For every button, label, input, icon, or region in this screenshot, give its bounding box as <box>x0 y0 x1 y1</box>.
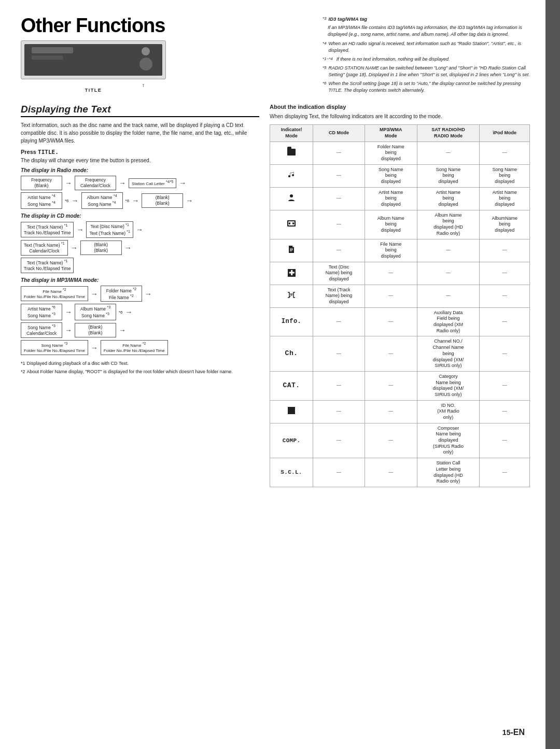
note-sup-6: *6 <box>323 80 327 94</box>
right-column: About the indication display When displa… <box>270 104 530 487</box>
two-col-layout: Displaying the Text Text information, su… <box>21 104 530 487</box>
page-header: Other Functions ↑ TITLE *3 ID3 tag/WMA <box>21 16 530 95</box>
flow-arrow: → <box>145 290 152 298</box>
table-cell-cd: — <box>313 164 365 187</box>
table-cell-ipod: — <box>480 400 530 423</box>
flow-box: Text (Disc Name) *1Text (Track Name) *1 <box>86 221 133 238</box>
comp-label: COMP. <box>283 437 301 444</box>
flow-box: (Blank)(Blank) <box>75 323 116 337</box>
table-cell-cd: — <box>313 210 365 239</box>
ch-label: Ch. <box>285 349 298 357</box>
icon-folder <box>270 142 313 164</box>
mp3-flow: File Name *2Folder No./File No./Elapsed … <box>21 286 259 356</box>
cd-flow-row-2: Text (Track Name) *1Calendar/Clock → (Bl… <box>21 240 259 256</box>
table-cell-mp3: Artist Namebeingdisplayed <box>365 187 417 210</box>
section-title: Displaying the Text <box>21 104 259 117</box>
flow-arrow: → <box>71 244 78 252</box>
indication-table: Indicator/Mode CD Mode MP3/WMAMode SAT R… <box>270 124 530 487</box>
footnote-1: *1 Displayed during playback of a disc w… <box>21 360 259 368</box>
flow-box: Song Name *3Calendar/Clock <box>21 322 62 338</box>
radio-mode-title: The display in Radio mode: <box>21 167 259 173</box>
table-cell-cd: — <box>313 187 365 210</box>
table-row: Info. — — Auxiliary DataField beingdispl… <box>270 307 530 336</box>
table-row: — Folder Namebeingdisplayed — — <box>270 142 530 164</box>
icon-plus: ✚ <box>270 262 313 285</box>
flow-box: Song Name *3Folder No./File No./Elapsed … <box>21 340 88 355</box>
cd-flow-row-1: Text (Track Name) *1Track No./Elapsed Ti… <box>21 221 259 238</box>
col-header-ipod: iPod Mode <box>480 125 530 142</box>
table-cell-sat: Auxiliary DataField beingdisplayed (XMRa… <box>417 307 480 336</box>
flow-box: Folder Name *2File Name *2 <box>101 286 142 302</box>
table-cell-mp3: — <box>365 423 417 458</box>
table-cell-ipod: — <box>480 262 530 285</box>
table-cell-mp3: Folder Namebeingdisplayed <box>365 142 417 164</box>
title-label: TITLE <box>21 88 166 93</box>
left-column: Displaying the Text Text information, su… <box>21 104 259 487</box>
table-row: CAT. — — CategoryName beingdisplayed (XM… <box>270 371 530 400</box>
mp3-flow-row-2: Artist Name *6Song Name *3 → Album Name … <box>21 304 259 320</box>
note-sup-1-4: *1~*4 <box>323 56 333 63</box>
icon-person <box>270 187 313 210</box>
note-sup-4: *4 <box>323 40 327 54</box>
page-container: Other Functions ↑ TITLE *3 ID3 tag/WMA <box>0 0 560 749</box>
cd-mode-title: The display in CD mode: <box>21 213 259 219</box>
cd-flow: Text (Track Name) *1Track No./Elapsed Ti… <box>21 221 259 273</box>
table-cell-ipod: — <box>480 371 530 400</box>
flow-arrow: → <box>72 196 79 205</box>
flow-box: Text (Track Name) *1Track No./Elapsed Ti… <box>21 222 74 237</box>
music-bracket-svg <box>287 291 296 299</box>
press-subtitle: The display will change every time the b… <box>21 158 259 163</box>
icon-scl: S.C.L. <box>270 458 313 487</box>
table-row: — Artist Namebeingdisplayed Artist Nameb… <box>270 187 530 210</box>
title-section: Other Functions ↑ TITLE <box>21 16 312 93</box>
table-cell-ipod: — <box>480 336 530 371</box>
table-cell-mp3: — <box>365 307 417 336</box>
table-cell-sat: — <box>417 262 480 285</box>
flow-arrow: → <box>91 344 98 352</box>
table-header-row: Indicator/Mode CD Mode MP3/WMAMode SAT R… <box>270 125 530 142</box>
icon-music-note <box>270 164 313 187</box>
footnote-2: *2 About Folder Name display, "ROOT" is … <box>21 369 259 376</box>
table-cell-mp3: — <box>365 458 417 487</box>
table-cell-mp3: Song Namebeingdisplayed <box>365 164 417 187</box>
table-row: — File Namebeingdisplayed — — <box>270 239 530 262</box>
table-cell-ipod: Artist Namebeingdisplayed <box>480 187 530 210</box>
table-cell-sat: Channel NO./Channel Namebeingdisplayed (… <box>417 336 480 371</box>
table-row: — Song Namebeingdisplayed Song Namebeing… <box>270 164 530 187</box>
table-cell-sat: ComposerName beingdisplayed(SIRIUS Radio… <box>417 423 480 458</box>
col-header-mp3: MP3/WMAMode <box>365 125 417 142</box>
indication-title: About the indication display <box>270 104 530 110</box>
col-header-sat: SAT RADIO/HDRADIO Mode <box>417 125 480 142</box>
flow-box: Album Name *3Song Name *3 <box>75 304 116 320</box>
flow-arrow: → <box>125 308 133 316</box>
table-row: Text (TrackName) beingdisplayed — — — <box>270 285 530 307</box>
icon-comp: COMP. <box>270 423 313 458</box>
flow-arrow: → <box>91 290 98 298</box>
table-row: — — ID NO.(XM Radioonly) — <box>270 400 530 423</box>
col-header-cd: CD Mode <box>313 125 365 142</box>
device-image: ↑ <box>21 40 166 79</box>
page-num-value: 15 <box>502 728 511 737</box>
table-cell-cd: Text (TrackName) beingdisplayed <box>313 285 365 307</box>
page-suffix: -EN <box>510 728 525 737</box>
footnote-num-2: *2 <box>21 369 25 376</box>
square-box <box>288 407 295 414</box>
flow-arrow: → <box>65 326 72 334</box>
mp3-mode-title: The display in MP3/WMA mode: <box>21 277 259 283</box>
table-cell-mp3: — <box>365 371 417 400</box>
table-cell-ipod: — <box>480 458 530 487</box>
table-row: — Album Namebeingdisplayed Album Namebei… <box>270 210 530 239</box>
right-notes: *3 ID3 tag/WMA tag If an MP3/WMA file co… <box>312 16 530 95</box>
flow-box: Frequency(Blank) <box>21 176 62 190</box>
table-row: Ch. — — Channel NO./Channel Namebeingdis… <box>270 336 530 371</box>
note-item-3: *3 ID3 tag/WMA tag <box>323 16 530 23</box>
table-cell-mp3: Album Namebeingdisplayed <box>365 210 417 239</box>
table-cell-cd: — <box>313 336 365 371</box>
table-cell-sat: CategoryName beingdisplayed (XM/SIRIUS o… <box>417 371 480 400</box>
footnotes: *1 Displayed during playback of a disc w… <box>21 360 259 375</box>
flow-arrow: → <box>124 244 132 252</box>
table-cell-sat: Album Namebeingdisplayed (HDRadio only) <box>417 210 480 239</box>
table-cell-cd: — <box>313 307 365 336</box>
icon-file <box>270 239 313 262</box>
flow-box: (Blank)(Blank) <box>142 193 183 208</box>
